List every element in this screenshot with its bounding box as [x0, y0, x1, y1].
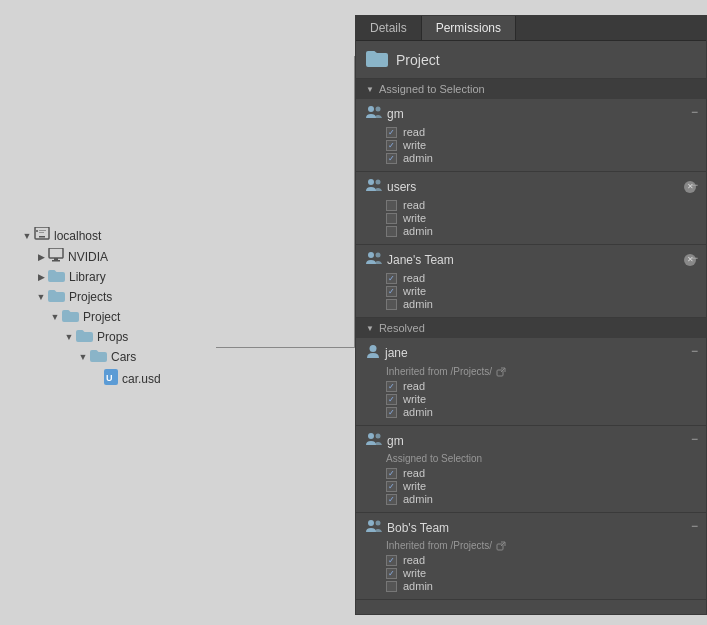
tabs-bar: Details Permissions — [356, 16, 706, 41]
checkbox-write-jane[interactable] — [386, 394, 397, 405]
remove-janes-team-button[interactable]: − — [691, 251, 698, 265]
remove-bobs-team-button[interactable]: − — [691, 519, 698, 533]
tree-arrow-project[interactable]: ▼ — [48, 312, 62, 322]
server-icon — [34, 227, 50, 244]
checkbox-read-bobs-team[interactable] — [386, 555, 397, 566]
panel-header: Project — [356, 41, 706, 79]
perm-write-users: write — [386, 212, 696, 224]
remove-jane-button[interactable]: − — [691, 344, 698, 358]
tree-item-props[interactable]: ▼ Props — [10, 327, 355, 347]
group-janes-team: Jane's Team ✕ − read write admin — [356, 245, 706, 318]
display-icon — [48, 248, 64, 265]
perm-label-admin-bobs-team: admin — [403, 580, 433, 592]
remove-gm-resolved-button[interactable]: − — [691, 432, 698, 446]
tree-arrow-projects[interactable]: ▼ — [34, 292, 48, 302]
svg-point-21 — [368, 520, 374, 526]
checkbox-write-janes-team[interactable] — [386, 286, 397, 297]
perm-write-gm-assigned: write — [386, 139, 696, 151]
tree-item-carusd[interactable]: U car.usd — [10, 367, 355, 390]
tree-arrow-localhost[interactable]: ▼ — [20, 231, 34, 241]
group-icon-gm — [366, 105, 382, 122]
tree-arrow-nvidia[interactable]: ▶ — [34, 252, 48, 262]
tree-item-nvidia[interactable]: ▶ NVIDIA — [10, 246, 355, 267]
checkbox-admin-jane[interactable] — [386, 407, 397, 418]
tree-item-project[interactable]: ▼ Project — [10, 307, 355, 327]
perm-label-read-bobs-team: read — [403, 554, 425, 566]
tab-permissions[interactable]: Permissions — [422, 16, 516, 40]
folder-icon-project — [62, 309, 79, 325]
svg-point-10 — [368, 106, 374, 112]
tree-arrow-props[interactable]: ▼ — [62, 332, 76, 342]
checkbox-read-gm-assigned[interactable] — [386, 127, 397, 138]
checkbox-write-bobs-team[interactable] — [386, 568, 397, 579]
checkbox-read-janes-team[interactable] — [386, 273, 397, 284]
svg-point-14 — [368, 252, 374, 258]
tree-label-localhost: localhost — [54, 229, 101, 243]
svg-text:U: U — [106, 373, 113, 383]
perm-label-write-jane: write — [403, 393, 426, 405]
checkbox-write-gm-assigned[interactable] — [386, 140, 397, 151]
perm-label-admin-gm: admin — [403, 152, 433, 164]
header-folder-icon — [366, 49, 388, 70]
perm-read-bobs-team: read — [386, 554, 696, 566]
permissions-scroll[interactable]: Assigned to Selection gm − read — [356, 79, 706, 614]
perm-admin-janes-team: admin — [386, 298, 696, 310]
tree-arrow-cars[interactable]: ▼ — [76, 352, 90, 362]
perm-label-write-users: write — [403, 212, 426, 224]
group-name-gm-resolved: gm — [387, 434, 696, 448]
file-tree-panel: ▼ localhost ▶ — [0, 0, 355, 625]
tree-item-localhost[interactable]: ▼ localhost — [10, 225, 355, 246]
checkbox-admin-janes-team[interactable] — [386, 299, 397, 310]
tab-details[interactable]: Details — [356, 16, 422, 40]
group-name-bobs-team: Bob's Team — [387, 521, 696, 535]
checkbox-read-gm-resolved[interactable] — [386, 468, 397, 479]
perm-label-read-users: read — [403, 199, 425, 211]
svg-point-19 — [368, 433, 374, 439]
checkbox-admin-users[interactable] — [386, 226, 397, 237]
checkbox-read-jane[interactable] — [386, 381, 397, 392]
group-icon-gm-resolved — [366, 432, 382, 449]
group-gm-assigned: gm − read write admin — [356, 99, 706, 172]
svg-point-16 — [370, 345, 377, 352]
perm-admin-bobs-team: admin — [386, 580, 696, 592]
tree-item-projects[interactable]: ▼ Projects — [10, 287, 355, 307]
perm-read-janes-team: read — [386, 272, 696, 284]
tree-item-cars[interactable]: ▼ Cars — [10, 347, 355, 367]
group-bobs-team: Bob's Team − Inherited from /Projects/ r… — [356, 513, 706, 600]
checkbox-admin-bobs-team[interactable] — [386, 581, 397, 592]
perm-admin-gm-resolved: admin — [386, 493, 696, 505]
tree-label-cars: Cars — [111, 350, 136, 364]
group-name-jane: jane — [385, 346, 696, 360]
svg-rect-1 — [39, 236, 45, 238]
checkbox-write-gm-resolved[interactable] — [386, 481, 397, 492]
tree-label-props: Props — [97, 330, 128, 344]
remove-users-button[interactable]: − — [691, 178, 698, 192]
perm-admin-gm-assigned: admin — [386, 152, 696, 164]
group-users-assigned: users ✕ − read write admin — [356, 172, 706, 245]
svg-point-2 — [36, 230, 38, 232]
person-icon-jane — [366, 344, 380, 362]
section-assigned-header: Assigned to Selection — [356, 79, 706, 99]
group-icon-users — [366, 178, 382, 195]
checkbox-admin-gm-assigned[interactable] — [386, 153, 397, 164]
perm-read-gm-assigned: read — [386, 126, 696, 138]
perm-label-read-gm: read — [403, 126, 425, 138]
folder-icon-cars — [90, 349, 107, 365]
perm-read-gm-resolved: read — [386, 467, 696, 479]
tree-arrow-library[interactable]: ▶ — [34, 272, 48, 282]
perm-read-jane: read — [386, 380, 696, 392]
perm-label-admin-jane: admin — [403, 406, 433, 418]
svg-rect-5 — [49, 248, 63, 258]
checkbox-read-users[interactable] — [386, 200, 397, 211]
svg-point-12 — [368, 179, 374, 185]
svg-point-15 — [376, 253, 381, 258]
tree-item-library[interactable]: ▶ Library — [10, 267, 355, 287]
perm-label-read-jane: read — [403, 380, 425, 392]
remove-gm-assigned-button[interactable]: − — [691, 105, 698, 119]
external-link-icon-bobs — [496, 541, 506, 551]
jane-sub-text: Inherited from /Projects/ — [386, 366, 696, 377]
group-icon-janes-team — [366, 251, 382, 268]
svg-rect-7 — [52, 260, 60, 262]
checkbox-admin-gm-resolved[interactable] — [386, 494, 397, 505]
checkbox-write-users[interactable] — [386, 213, 397, 224]
